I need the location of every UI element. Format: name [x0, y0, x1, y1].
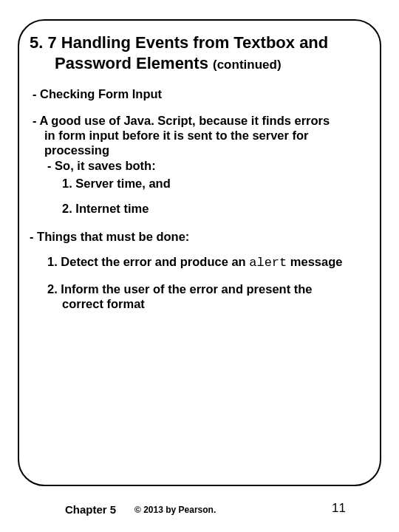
footer-copyright: © 2013 by Pearson.	[134, 505, 216, 515]
item-internet-time: 2. Internet time	[62, 201, 369, 216]
item-server-time: 1. Server time, and	[62, 176, 369, 191]
bullet-saves-both: - So, it saves both:	[47, 158, 369, 173]
bullet-good-use-line1: - A good use of Java. Script, because it…	[33, 113, 369, 128]
slide: 5. 7 Handling Events from Textbox and Pa…	[0, 0, 399, 532]
content-frame: 5. 7 Handling Events from Textbox and Pa…	[18, 19, 381, 486]
bullet-things-done: - Things that must be done:	[30, 229, 369, 244]
code-alert: alert	[249, 256, 287, 270]
bullet-good-use-line3: processing	[33, 143, 369, 157]
section-number: 5. 7	[30, 33, 57, 52]
slide-title: 5. 7 Handling Events from Textbox and Pa…	[30, 33, 369, 73]
item-inform-line2: correct format	[62, 296, 369, 311]
subheading-checking: - Checking Form Input	[33, 86, 369, 101]
footer-chapter: Chapter 5	[65, 503, 116, 516]
title-line-2: Password Elements	[55, 54, 208, 72]
slide-body: - Checking Form Input - A good use of Ja…	[30, 86, 369, 311]
footer-page-number: 11	[332, 501, 346, 516]
bullet-good-use-line2: in form input before it is sent to the s…	[33, 128, 369, 143]
item-detect-post: message	[287, 255, 342, 268]
title-line-1: Handling Events from Textbox and	[61, 33, 328, 52]
title-continued: (continued)	[213, 58, 282, 72]
item-inform-line1: 2. Inform the user of the error and pres…	[47, 282, 369, 296]
item-detect-error: 1. Detect the error and produce an alert…	[47, 254, 369, 271]
slide-footer: Chapter 5 © 2013 by Pearson. 11	[0, 498, 399, 516]
item-detect-pre: 1. Detect the error and produce an	[47, 255, 249, 268]
